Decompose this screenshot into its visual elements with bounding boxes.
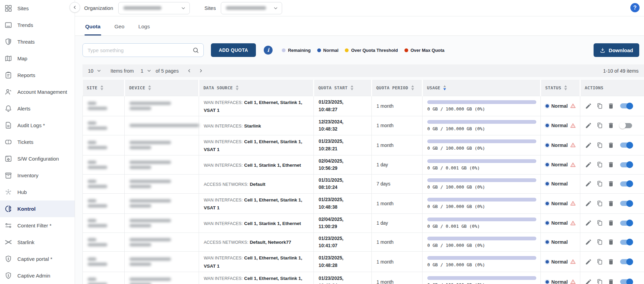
copy-icon[interactable] [596,258,603,265]
sites-grid-icon [4,4,12,12]
next-page-button[interactable] [197,67,204,75]
copy-icon[interactable] [596,180,603,187]
column-header-quota-period[interactable]: QUOTA PERIOD [372,80,423,96]
enable-toggle[interactable] [620,162,632,167]
table-row: WAN INTERFACES: Starlink 12/23/2024, 10:… [83,116,644,135]
tab-quota[interactable]: Quota [85,24,101,35]
tab-geo[interactable]: Geo [114,24,125,35]
shield-person-icon [4,272,12,280]
column-header-quota-start[interactable]: QUOTA START [314,80,372,96]
sort-icon[interactable] [351,85,353,90]
enable-toggle[interactable] [620,123,632,128]
tab-logs[interactable]: Logs [138,24,151,35]
copy-icon[interactable] [596,279,603,284]
column-header-data-source[interactable]: DATA SOURCE [199,80,314,96]
enable-toggle[interactable] [620,103,632,108]
add-quota-button[interactable]: ADD QUOTA [211,43,256,57]
copy-icon[interactable] [596,103,603,109]
download-button[interactable]: Download [594,43,639,57]
page-select[interactable]: 1 [141,68,152,74]
quota-period-cell: 1 month [372,272,423,284]
edit-icon[interactable] [585,220,592,226]
copy-icon[interactable] [596,200,603,207]
sidebar-item-content-filter[interactable]: Content Filter * [0,217,75,234]
edit-icon[interactable] [585,180,592,187]
sites-select[interactable] [221,2,282,14]
delete-icon[interactable] [608,142,614,149]
delete-icon[interactable] [608,279,614,284]
sidebar-item-threats[interactable]: Threats [0,33,75,50]
sidebar-item-inventory[interactable]: Inventory [0,167,75,184]
sort-icon[interactable] [101,85,103,90]
page-size-value: 10 [88,68,93,74]
organization-select[interactable] [118,2,190,14]
enable-toggle[interactable] [620,259,632,264]
sort-icon[interactable] [411,85,414,90]
site-redacted-text [88,180,96,183]
enable-toggle[interactable] [620,221,632,226]
sort-icon[interactable] [443,85,446,90]
sidebar-item-sw-configuration[interactable]: S/W Configuration [0,150,75,167]
previous-page-button[interactable] [185,67,193,75]
delete-icon[interactable] [608,258,614,265]
edit-icon[interactable] [585,239,592,245]
site-cell [83,155,125,175]
sidebar-item-trends[interactable]: Trends [0,17,75,33]
column-header-site[interactable]: SITE [83,80,125,96]
sidebar-item-hub[interactable]: Hub [0,184,75,200]
column-header-status[interactable]: STATUS [541,80,580,96]
search-icon[interactable] [192,47,199,54]
delete-icon[interactable] [608,220,614,226]
enable-toggle[interactable] [620,143,632,148]
delete-icon[interactable] [608,103,614,109]
sort-icon[interactable] [564,85,567,90]
sidebar-item-tickets[interactable]: Tickets [0,134,75,150]
search-input[interactable] [88,47,192,53]
sidebar-item-captive-portal[interactable]: Captive portal * [0,251,75,267]
delete-icon[interactable] [608,200,614,207]
enable-toggle[interactable] [620,201,632,206]
sidebar-item-account-management[interactable]: Account Management [0,84,75,100]
delete-icon[interactable] [608,161,614,168]
copy-icon[interactable] [596,122,603,129]
column-header-actions[interactable]: ACTIONS [580,80,644,96]
box-icon [4,171,12,179]
sidebar-item-reports[interactable]: Reports [0,67,75,84]
enable-toggle[interactable] [620,181,632,186]
sidebar-item-alerts[interactable]: Alerts [0,100,75,117]
sidebar-item-sites[interactable]: Sites [0,0,75,17]
sort-icon[interactable] [148,85,151,90]
column-header-device[interactable]: DEVICE [125,80,199,96]
delete-icon[interactable] [608,180,614,187]
delete-icon[interactable] [608,122,614,129]
sidebar-item-starlink[interactable]: Starlink [0,234,75,251]
device-redacted-text [129,180,171,183]
sidebar-item-map[interactable]: Map [0,50,75,67]
copy-icon[interactable] [596,161,603,168]
edit-icon[interactable] [585,142,592,149]
copy-icon[interactable] [596,142,603,149]
enable-toggle[interactable] [620,240,632,245]
sidebar-item-kontrol[interactable]: Kontrol [0,200,75,217]
copy-icon[interactable] [596,239,603,245]
help-button[interactable]: ? [630,3,640,12]
edit-icon[interactable] [585,279,592,284]
page-size-select[interactable]: 10 [88,68,102,74]
edit-icon[interactable] [585,161,592,168]
enable-toggle[interactable] [620,279,632,284]
info-icon[interactable]: i [264,46,273,55]
copy-icon[interactable] [596,220,603,226]
edit-icon[interactable] [585,122,592,129]
status-cell: Normal [541,233,580,252]
collapse-sidebar-button[interactable] [70,2,80,13]
sidebar-item-captive-admin[interactable]: Captive Admin [0,267,75,284]
user-icon [4,88,12,96]
delete-icon[interactable] [608,239,614,245]
sidebar-item-audit-logs[interactable]: Audit Logs * [0,117,75,134]
edit-icon[interactable] [585,258,592,265]
sort-icon[interactable] [236,85,239,90]
usage-cell: 0 GB / 0.001 GB (0%) [423,155,541,175]
edit-icon[interactable] [585,200,592,207]
edit-icon[interactable] [585,103,592,109]
column-header-usage[interactable]: USAGE [423,80,541,96]
